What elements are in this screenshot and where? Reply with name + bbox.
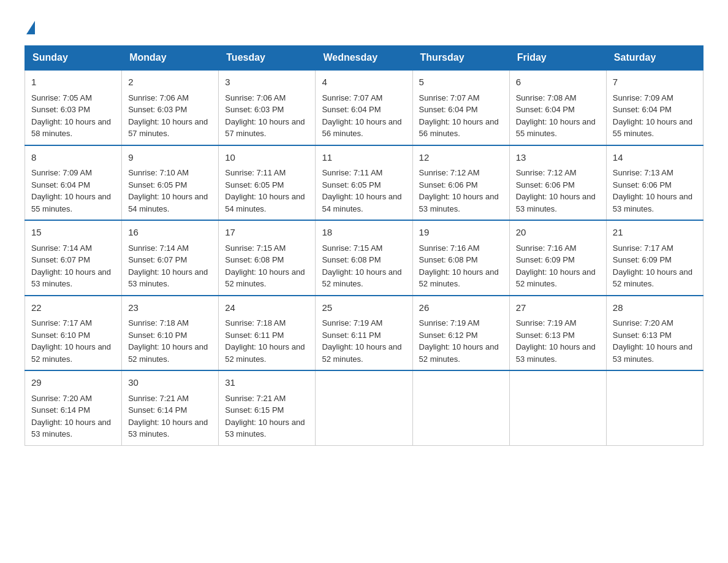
calendar-day-27: 27 Sunrise: 7:19 AM Sunset: 6:13 PM Dayl… — [509, 296, 606, 371]
calendar-day-9: 9 Sunrise: 7:10 AM Sunset: 6:05 PM Dayli… — [122, 145, 219, 221]
day-number: 2 — [128, 75, 212, 90]
day-number: 21 — [613, 226, 697, 240]
sunset-info: Sunset: 6:06 PM — [516, 180, 575, 190]
calendar-day-28: 28 Sunrise: 7:20 AM Sunset: 6:13 PM Dayl… — [606, 296, 703, 371]
day-number: 8 — [31, 151, 115, 165]
sunrise-info: Sunrise: 7:19 AM — [419, 318, 480, 327]
day-number: 1 — [31, 75, 115, 90]
sunset-info: Sunset: 6:05 PM — [128, 180, 187, 190]
calendar-day-12: 12 Sunrise: 7:12 AM Sunset: 6:06 PM Dayl… — [412, 145, 509, 221]
calendar-week-3: 15 Sunrise: 7:14 AM Sunset: 6:07 PM Dayl… — [25, 220, 703, 296]
day-number: 30 — [128, 376, 212, 390]
day-number: 25 — [322, 301, 406, 315]
sunset-info: Sunset: 6:03 PM — [31, 105, 90, 114]
sunset-info: Sunset: 6:04 PM — [516, 105, 575, 114]
day-number: 10 — [225, 151, 309, 165]
day-number: 14 — [613, 151, 697, 165]
calendar-day-31: 31 Sunrise: 7:21 AM Sunset: 6:15 PM Dayl… — [219, 370, 316, 445]
daylight-info: Daylight: 10 hours and 53 minutes. — [128, 267, 208, 289]
calendar-day-29: 29 Sunrise: 7:20 AM Sunset: 6:14 PM Dayl… — [25, 370, 122, 445]
sunset-info: Sunset: 6:05 PM — [225, 180, 284, 190]
sunrise-info: Sunrise: 7:13 AM — [613, 168, 673, 177]
sunset-info: Sunset: 6:07 PM — [128, 255, 187, 264]
sunrise-info: Sunrise: 7:16 AM — [516, 243, 577, 253]
daylight-info: Daylight: 10 hours and 55 minutes. — [31, 192, 111, 213]
sunset-info: Sunset: 6:13 PM — [613, 331, 672, 340]
sunset-info: Sunset: 6:10 PM — [128, 331, 187, 340]
sunset-info: Sunset: 6:11 PM — [225, 331, 284, 340]
sunrise-info: Sunrise: 7:18 AM — [225, 318, 286, 327]
day-number: 19 — [419, 226, 503, 240]
daylight-info: Daylight: 10 hours and 53 minutes. — [613, 192, 692, 213]
daylight-info: Daylight: 10 hours and 53 minutes. — [31, 267, 111, 289]
calendar-day-6: 6 Sunrise: 7:08 AM Sunset: 6:04 PM Dayli… — [509, 70, 606, 145]
calendar-day-8: 8 Sunrise: 7:09 AM Sunset: 6:04 PM Dayli… — [25, 145, 122, 221]
sunset-info: Sunset: 6:12 PM — [419, 331, 478, 340]
daylight-info: Daylight: 10 hours and 57 minutes. — [128, 117, 208, 139]
day-number: 22 — [31, 301, 115, 315]
sunset-info: Sunset: 6:04 PM — [419, 105, 478, 114]
day-number: 24 — [225, 301, 309, 315]
day-number: 5 — [419, 75, 503, 90]
day-number: 13 — [516, 151, 600, 165]
daylight-info: Daylight: 10 hours and 52 minutes. — [419, 267, 499, 289]
calendar-day-21: 21 Sunrise: 7:17 AM Sunset: 6:09 PM Dayl… — [606, 220, 703, 296]
sunrise-info: Sunrise: 7:06 AM — [128, 93, 189, 102]
calendar-day-23: 23 Sunrise: 7:18 AM Sunset: 6:10 PM Dayl… — [122, 296, 219, 371]
day-number: 9 — [128, 151, 212, 165]
sunrise-info: Sunrise: 7:19 AM — [322, 318, 382, 327]
day-number: 12 — [419, 151, 503, 165]
daylight-info: Daylight: 10 hours and 53 minutes. — [225, 418, 305, 439]
sunset-info: Sunset: 6:06 PM — [613, 180, 672, 190]
calendar-day-17: 17 Sunrise: 7:15 AM Sunset: 6:08 PM Dayl… — [219, 220, 316, 296]
sunrise-info: Sunrise: 7:12 AM — [516, 168, 577, 177]
sunset-info: Sunset: 6:15 PM — [225, 405, 284, 415]
sunrise-info: Sunrise: 7:07 AM — [419, 93, 480, 102]
weekday-header-sunday: Sunday — [25, 46, 122, 71]
daylight-info: Daylight: 10 hours and 54 minutes. — [322, 192, 401, 213]
sunrise-info: Sunrise: 7:15 AM — [225, 243, 286, 253]
day-number: 3 — [225, 75, 309, 90]
daylight-info: Daylight: 10 hours and 58 minutes. — [31, 117, 111, 139]
sunset-info: Sunset: 6:08 PM — [419, 255, 478, 264]
sunset-info: Sunset: 6:05 PM — [322, 180, 381, 190]
daylight-info: Daylight: 10 hours and 53 minutes. — [516, 342, 596, 364]
daylight-info: Daylight: 10 hours and 53 minutes. — [419, 192, 499, 213]
daylight-info: Daylight: 10 hours and 53 minutes. — [31, 418, 111, 439]
weekday-header-saturday: Saturday — [606, 46, 703, 71]
empty-cell — [412, 370, 509, 445]
calendar-week-5: 29 Sunrise: 7:20 AM Sunset: 6:14 PM Dayl… — [25, 370, 703, 445]
calendar-day-10: 10 Sunrise: 7:11 AM Sunset: 6:05 PM Dayl… — [219, 145, 316, 221]
calendar-day-15: 15 Sunrise: 7:14 AM Sunset: 6:07 PM Dayl… — [25, 220, 122, 296]
sunrise-info: Sunrise: 7:20 AM — [31, 394, 92, 403]
day-number: 11 — [322, 151, 406, 165]
daylight-info: Daylight: 10 hours and 53 minutes. — [128, 418, 208, 439]
weekday-header-friday: Friday — [509, 46, 606, 71]
logo-triangle-icon — [26, 21, 35, 34]
calendar-day-2: 2 Sunrise: 7:06 AM Sunset: 6:03 PM Dayli… — [122, 70, 219, 145]
daylight-info: Daylight: 10 hours and 55 minutes. — [613, 117, 692, 139]
day-number: 23 — [128, 301, 212, 315]
sunrise-info: Sunrise: 7:09 AM — [31, 168, 92, 177]
day-number: 26 — [419, 301, 503, 315]
calendar-day-20: 20 Sunrise: 7:16 AM Sunset: 6:09 PM Dayl… — [509, 220, 606, 296]
day-number: 16 — [128, 226, 212, 240]
empty-cell — [509, 370, 606, 445]
daylight-info: Daylight: 10 hours and 54 minutes. — [128, 192, 208, 213]
page-header — [25, 18, 703, 33]
calendar-week-4: 22 Sunrise: 7:17 AM Sunset: 6:10 PM Dayl… — [25, 296, 703, 371]
daylight-info: Daylight: 10 hours and 56 minutes. — [322, 117, 401, 139]
daylight-info: Daylight: 10 hours and 53 minutes. — [613, 342, 692, 364]
daylight-info: Daylight: 10 hours and 52 minutes. — [322, 267, 401, 289]
daylight-info: Daylight: 10 hours and 52 minutes. — [516, 267, 596, 289]
day-number: 7 — [613, 75, 697, 90]
weekday-header-wednesday: Wednesday — [316, 46, 412, 71]
calendar-table: SundayMondayTuesdayWednesdayThursdayFrid… — [25, 45, 703, 446]
sunrise-info: Sunrise: 7:17 AM — [31, 318, 92, 327]
day-number: 27 — [516, 301, 600, 315]
sunset-info: Sunset: 6:08 PM — [225, 255, 284, 264]
calendar-day-30: 30 Sunrise: 7:21 AM Sunset: 6:14 PM Dayl… — [122, 370, 219, 445]
daylight-info: Daylight: 10 hours and 53 minutes. — [516, 192, 596, 213]
sunrise-info: Sunrise: 7:05 AM — [31, 93, 92, 102]
calendar-day-24: 24 Sunrise: 7:18 AM Sunset: 6:11 PM Dayl… — [219, 296, 316, 371]
